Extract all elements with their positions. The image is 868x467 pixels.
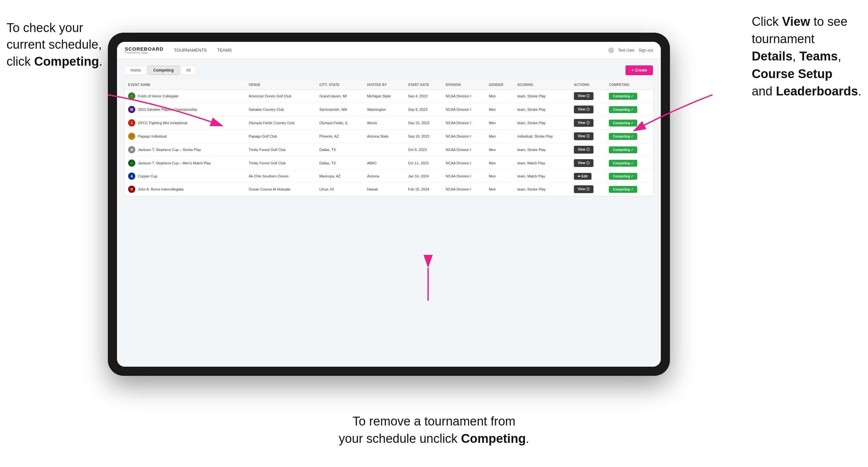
division-cell: NCAA Division I [442, 143, 486, 157]
view-button[interactable]: View ⓘ [574, 159, 593, 167]
table-header-row: EVENT NAME VENUE CITY, STATE HOSTED BY S… [125, 81, 653, 90]
col-start-date: START DATE [405, 81, 442, 90]
event-name: Jackson T. Stephens Cup – Men's Match Pl… [138, 161, 211, 165]
table-row: ⚙Jackson T. Stephens Cup – Stroke PlayTr… [125, 143, 653, 157]
start-date-cell: Sep 18, 2023 [405, 130, 442, 143]
team-logo: 🏺 [128, 133, 135, 140]
event-name: Papago Individual [138, 134, 166, 138]
create-button[interactable]: + Create [625, 65, 653, 75]
division-cell: NCAA Division I [442, 130, 486, 143]
col-actions: ACTIONS [570, 81, 606, 90]
actions-cell: View ⓘ [570, 90, 606, 103]
col-competing: COMPETING [606, 81, 653, 90]
view-button[interactable]: View ⓘ [574, 105, 593, 114]
city-state-cell: Maricopa, AZ [316, 170, 364, 183]
nav-tournaments[interactable]: TOURNAMENTS [174, 48, 207, 53]
annotation-top-right: Click View to see tournament Details, Te… [752, 13, 862, 100]
col-scoring: SCORING [514, 81, 570, 90]
team-logo: I [128, 119, 135, 126]
venue-cell: Ak-Chin Southern Dunes [245, 170, 316, 183]
gender-cell: Men [486, 103, 514, 116]
actions-cell: ✏ Edit [570, 170, 606, 183]
hosted-by-cell: Hawaii [364, 183, 405, 196]
start-date-cell: Oct 11, 2023 [405, 157, 442, 170]
start-date-cell: Sep 9, 2023 [405, 103, 442, 116]
nav-bar: SCOREBOARD Powered by clippi TOURNAMENTS… [117, 42, 661, 59]
hosted-by-cell: Michigan State [364, 90, 405, 103]
hosted-by-cell: Illinois [364, 116, 405, 130]
tab-competing[interactable]: Competing [148, 66, 179, 75]
team-logo: ⚙ [128, 146, 135, 153]
competing-cell: Competing ✓ [606, 130, 653, 143]
team-logo: W [128, 106, 135, 113]
edit-button[interactable]: ✏ Edit [574, 173, 591, 180]
view-button[interactable]: View ⓘ [574, 132, 593, 140]
event-name: OFCC Fighting Illini Invitational [138, 121, 187, 125]
col-hosted-by: HOSTED BY [364, 81, 405, 90]
event-name-cell: 🌿Folds of Honor Collegiate [125, 90, 245, 103]
gender-cell: Men [486, 183, 514, 196]
actions-cell: View ⓘ [570, 116, 606, 130]
nav-user: Test User Sign out [608, 48, 653, 53]
event-name-cell: ⚙Jackson T. Stephens Cup – Stroke Play [125, 143, 245, 157]
competing-button[interactable]: Competing ✓ [609, 133, 637, 140]
col-gender: GENDER [486, 81, 514, 90]
start-date-cell: Sep 4, 2023 [405, 90, 442, 103]
event-name: John A. Burns Intercollegiate [138, 187, 184, 191]
competing-cell: Competing ✓ [606, 116, 653, 130]
gender-cell: Men [486, 143, 514, 157]
annotation-top-left: To check your current schedule, click Co… [6, 20, 102, 70]
competing-button[interactable]: Competing ✓ [609, 173, 637, 180]
hosted-by-cell: Arizona State [364, 130, 405, 143]
competing-button[interactable]: Competing ✓ [609, 120, 637, 126]
competing-button[interactable]: Competing ✓ [609, 160, 637, 167]
event-name-cell: W2023 Sahalee Players Championship [125, 103, 245, 116]
city-state-cell: Lihue, HI [316, 183, 364, 196]
competing-button[interactable]: Competing ✓ [609, 147, 637, 153]
scoring-cell: team, Stroke Play [514, 143, 570, 157]
event-name-cell: HJohn A. Burns Intercollegiate [125, 183, 245, 196]
start-date-cell: Sep 15, 2023 [405, 116, 442, 130]
scoring-cell: team, Stroke Play [514, 116, 570, 130]
venue-cell: Trinity Forest Golf Club [245, 143, 316, 157]
competing-cell: Competing ✓ [606, 170, 653, 183]
view-button[interactable]: View ⓘ [574, 92, 593, 100]
actions-cell: View ⓘ [570, 157, 606, 170]
event-name-cell: IOFCC Fighting Illini Invitational [125, 116, 245, 130]
scoring-cell: team, Stroke Play [514, 103, 570, 116]
sign-out-link[interactable]: Sign out [639, 48, 653, 53]
division-cell: NCAA Division I [442, 103, 486, 116]
event-name: Copper Cup [138, 174, 157, 178]
competing-cell: Competing ✓ [606, 143, 653, 157]
scoring-cell: individual, Stroke Play [514, 130, 570, 143]
venue-cell: Olympia Fields Country Club [245, 116, 316, 130]
tab-home[interactable]: Home [125, 66, 147, 75]
division-cell: NCAA Division I [442, 157, 486, 170]
filter-row: Home Competing All + Create [125, 65, 653, 75]
competing-button[interactable]: Competing ✓ [609, 93, 637, 100]
city-state-cell: Olympia Fields, IL [316, 116, 364, 130]
hosted-by-cell [364, 143, 405, 157]
competing-button[interactable]: Competing ✓ [609, 186, 637, 193]
table-row: 🏺Papago IndividualPapago Golf ClubPhoeni… [125, 130, 653, 143]
view-button[interactable]: View ⓘ [574, 119, 593, 127]
user-icon [608, 48, 614, 53]
hosted-by-cell: Washington [364, 103, 405, 116]
venue-cell: American Dunes Golf Club [245, 90, 316, 103]
nav-teams[interactable]: TEAMS [217, 48, 232, 53]
competing-button[interactable]: Competing ✓ [609, 106, 637, 113]
gender-cell: Men [486, 157, 514, 170]
venue-cell: Trinity Forest Golf Club [245, 157, 316, 170]
team-logo: 🌲 [128, 159, 135, 167]
user-label: Test User [618, 48, 635, 53]
view-button[interactable]: View ⓘ [574, 185, 593, 193]
event-name-cell: ACopper Cup [125, 170, 245, 183]
competing-cell: Competing ✓ [606, 183, 653, 196]
col-venue: VENUE [245, 81, 316, 90]
tablet: SCOREBOARD Powered by clippi TOURNAMENTS… [108, 33, 670, 376]
annotation-bottom: To remove a tournament from your schedul… [339, 413, 529, 447]
table-row: 🌲Jackson T. Stephens Cup – Men's Match P… [125, 157, 653, 170]
tab-all[interactable]: All [181, 66, 196, 75]
competing-cell: Competing ✓ [606, 90, 653, 103]
view-button[interactable]: View ⓘ [574, 146, 593, 154]
